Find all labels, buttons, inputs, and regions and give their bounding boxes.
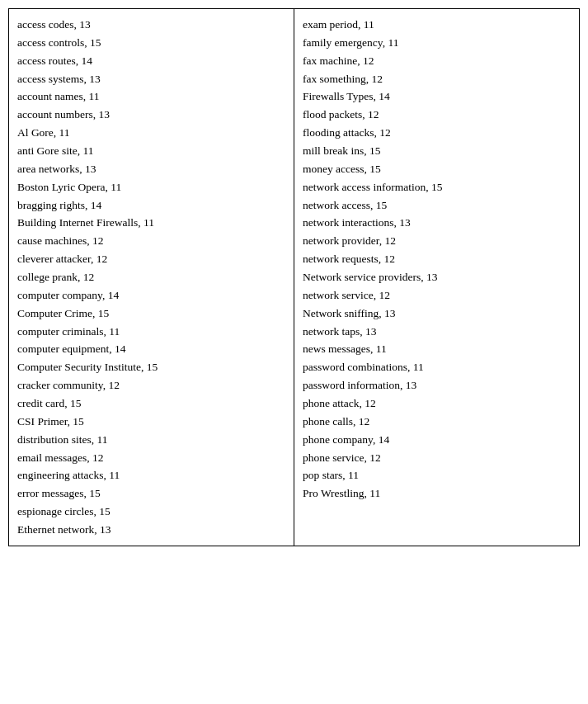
index-entry: money access, 15 (303, 160, 571, 178)
index-entry: access codes, 13 (17, 16, 285, 34)
index-entry: network interactions, 13 (303, 214, 571, 232)
index-entry: access controls, 15 (17, 34, 285, 52)
index-entry: Computer Security Institute, 15 (17, 358, 285, 376)
index-entry: cleverer attacker, 12 (17, 250, 285, 268)
index-entry: anti Gore site, 11 (17, 142, 285, 160)
index-entry: college prank, 12 (17, 268, 285, 286)
index-entry: credit card, 15 (17, 395, 285, 413)
index-entry: Building Internet Firewalls, 11 (17, 214, 285, 232)
index-entry: fax machine, 12 (303, 52, 571, 70)
index-entry: network access information, 15 (303, 178, 571, 196)
index-entry: account names, 11 (17, 87, 285, 106)
index-entry: Network service providers, 13 (303, 268, 571, 286)
index-entry: computer company, 14 (17, 286, 285, 305)
index-entry: computer criminals, 11 (17, 323, 285, 341)
index-entry: computer equipment, 14 (17, 340, 285, 358)
column-left: access codes, 13access controls, 15acces… (9, 9, 294, 546)
index-entry: exam period, 11 (303, 16, 571, 34)
index-entry: Pro Wrestling, 11 (303, 484, 571, 503)
index-entry: email messages, 12 (17, 449, 285, 467)
index-entry: Computer Crime, 15 (17, 305, 285, 323)
column-right: exam period, 11family emergency, 11fax m… (294, 9, 579, 546)
index-entry: flood packets, 12 (303, 106, 571, 124)
index-entry: cracker community, 12 (17, 376, 285, 395)
index-entry: cause machines, 12 (17, 232, 285, 250)
index-entry: phone calls, 12 (303, 413, 571, 431)
index-entry: Network sniffing, 13 (303, 305, 571, 323)
index-entry: engineering attacks, 11 (17, 466, 285, 484)
index-entry: phone service, 12 (303, 449, 571, 467)
index-entry: password combinations, 11 (303, 358, 571, 376)
index-entry: phone company, 14 (303, 431, 571, 449)
index-entry: Ethernet network, 13 (17, 521, 285, 539)
index-table: access codes, 13access controls, 15acces… (8, 8, 580, 546)
index-entry: access routes, 14 (17, 52, 285, 70)
index-entry: news messages, 11 (303, 340, 571, 358)
index-entry: Firewalls Types, 14 (303, 87, 571, 106)
index-entry: network access, 15 (303, 196, 571, 215)
index-entry: family emergency, 11 (303, 34, 571, 52)
index-entry: pop stars, 11 (303, 466, 571, 484)
index-entry: Al Gore, 11 (17, 124, 285, 142)
index-entry: network taps, 13 (303, 323, 571, 341)
index-entry: fax something, 12 (303, 70, 571, 88)
index-entry: network provider, 12 (303, 232, 571, 250)
index-entry: password information, 13 (303, 376, 571, 395)
index-entry: CSI Primer, 15 (17, 413, 285, 431)
index-entry: network service, 12 (303, 286, 571, 305)
index-entry: mill break ins, 15 (303, 142, 571, 160)
index-entry: flooding attacks, 12 (303, 124, 571, 142)
index-entry: area networks, 13 (17, 160, 285, 178)
index-entry: bragging rights, 14 (17, 196, 285, 215)
index-entry: access systems, 13 (17, 70, 285, 88)
index-entry: espionage circles, 15 (17, 503, 285, 521)
index-entry: distribution sites, 11 (17, 431, 285, 449)
index-entry: Boston Lyric Opera, 11 (17, 178, 285, 196)
index-entry: network requests, 12 (303, 250, 571, 268)
index-entry: phone attack, 12 (303, 395, 571, 413)
index-entry: account numbers, 13 (17, 106, 285, 124)
index-entry: error messages, 15 (17, 484, 285, 503)
